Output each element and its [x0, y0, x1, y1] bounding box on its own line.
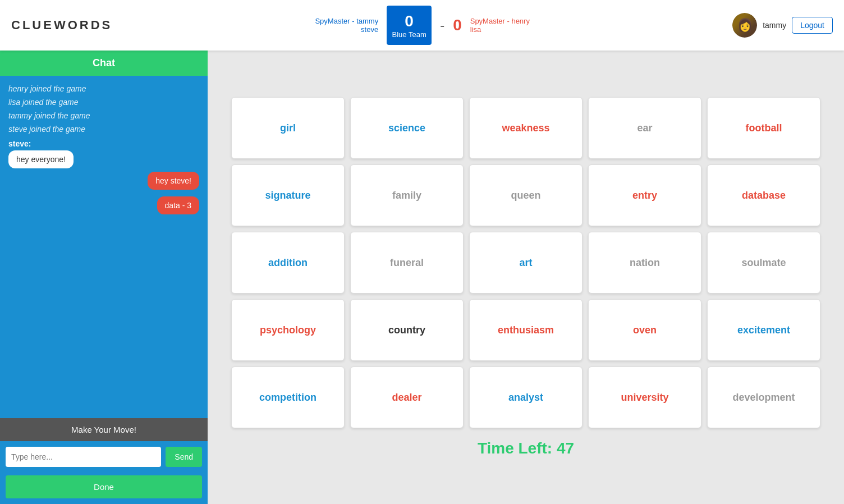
bubble-hey-everyone: hey everyone!: [8, 150, 199, 172]
msg-steve-joined: steve joined the game: [8, 125, 199, 134]
card-psychology[interactable]: psychology: [231, 299, 345, 361]
blue-spymaster-info: SpyMaster - tammy steve: [315, 17, 378, 34]
chat-input-area: Send: [0, 441, 208, 473]
card-signature[interactable]: signature: [231, 164, 345, 226]
logo: CLUEWORDS: [11, 18, 112, 33]
card-excitement[interactable]: excitement: [707, 299, 820, 361]
send-button[interactable]: Send: [166, 447, 202, 467]
time-left: Time Left: 47: [478, 439, 574, 457]
card-competition[interactable]: competition: [231, 366, 345, 428]
sender-steve: steve:: [8, 139, 199, 148]
blue-score: 0: [405, 12, 414, 30]
score-dash: -: [440, 17, 444, 33]
card-girl[interactable]: girl: [231, 97, 345, 159]
game-board: girlscienceweaknessearfootballsignaturef…: [231, 97, 820, 428]
chat-header: Chat: [0, 51, 208, 76]
msg-tammy-joined: tammy joined the game: [8, 111, 199, 120]
card-entry[interactable]: entry: [588, 164, 701, 226]
bubble-data3-wrapper: data - 3: [8, 196, 199, 218]
red-spymaster-label: SpyMaster - henry: [470, 17, 530, 25]
red-spymaster-name: lisa: [470, 25, 530, 34]
card-weakness[interactable]: weakness: [469, 97, 582, 159]
card-science[interactable]: science: [350, 97, 464, 159]
card-family[interactable]: family: [350, 164, 464, 226]
card-art[interactable]: art: [469, 232, 582, 294]
card-oven[interactable]: oven: [588, 299, 701, 361]
sidebar: Chat henry joined the game lisa joined t…: [0, 51, 208, 504]
card-queen[interactable]: queen: [469, 164, 582, 226]
card-country[interactable]: country: [350, 299, 464, 361]
card-soulmate[interactable]: soulmate: [707, 232, 820, 294]
chat-input[interactable]: [6, 447, 161, 467]
card-nation[interactable]: nation: [588, 232, 701, 294]
card-dealer[interactable]: dealer: [350, 366, 464, 428]
bubble-hey-steve-wrapper: hey steve!: [8, 172, 199, 193]
bubble-hey-steve: hey steve!: [148, 172, 199, 190]
card-addition[interactable]: addition: [231, 232, 345, 294]
blue-score-box: 0 Blue Team: [387, 6, 432, 45]
avatar-image: 👩: [732, 13, 757, 38]
done-button[interactable]: Done: [6, 475, 202, 498]
game-area: girlscienceweaknessearfootballsignaturef…: [208, 51, 844, 504]
blue-spymaster-name: steve: [315, 25, 378, 34]
bubble-left-text: hey everyone!: [8, 150, 74, 168]
avatar: 👩: [732, 13, 757, 38]
logout-button[interactable]: Logout: [792, 17, 833, 34]
bubble-data3: data - 3: [157, 196, 199, 214]
blue-spymaster-label: SpyMaster - tammy: [315, 17, 378, 25]
red-score: 0: [453, 16, 462, 34]
chat-messages[interactable]: henry joined the game lisa joined the ga…: [0, 76, 208, 418]
blue-team-label: Blue Team: [392, 30, 426, 39]
card-database[interactable]: database: [707, 164, 820, 226]
card-development[interactable]: development: [707, 366, 820, 428]
scoreboard: SpyMaster - tammy steve 0 Blue Team - 0 …: [315, 6, 529, 45]
msg-henry-joined: henry joined the game: [8, 84, 199, 93]
card-analyst[interactable]: analyst: [469, 366, 582, 428]
user-section: 👩 tammy Logout: [732, 13, 833, 38]
card-funeral[interactable]: funeral: [350, 232, 464, 294]
card-university[interactable]: university: [588, 366, 701, 428]
make-move-bar: Make Your Move!: [0, 418, 208, 441]
red-spymaster-info: SpyMaster - henry lisa: [470, 17, 530, 34]
card-ear[interactable]: ear: [588, 97, 701, 159]
card-enthusiasm[interactable]: enthusiasm: [469, 299, 582, 361]
main-layout: Chat henry joined the game lisa joined t…: [0, 51, 844, 504]
header: CLUEWORDS SpyMaster - tammy steve 0 Blue…: [0, 0, 844, 51]
msg-lisa-joined: lisa joined the game: [8, 98, 199, 107]
card-football[interactable]: football: [707, 97, 820, 159]
username-label: tammy: [763, 21, 786, 30]
